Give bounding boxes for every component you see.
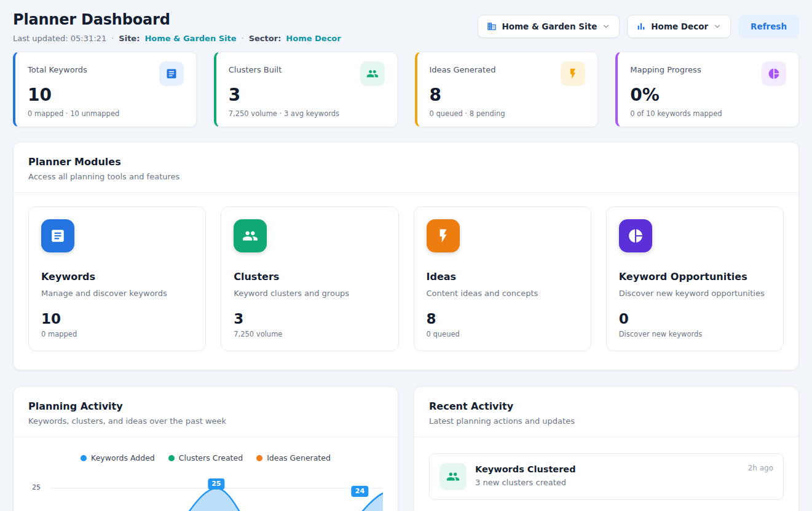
module-detail: 0 mapped [41,330,193,338]
meta-separator: · [242,34,244,43]
chart-plot-area: 25 25 24 [28,475,383,511]
module-card-clusters[interactable]: Clusters Keyword clusters and groups 3 7… [221,206,398,351]
chart-legend: Keywords Added Clusters Created Ideas Ge… [28,453,383,462]
legend-dot [81,455,87,461]
module-title: Clusters [234,271,385,283]
chevron-down-icon [602,22,610,31]
legend-dot [168,455,175,461]
page-header: Planner Dashboard Last updated: 05:31:21… [13,11,799,43]
stat-label: Clusters Built [229,61,282,74]
bolt-icon [427,219,460,252]
stat-detail: 0 queued · 8 pending [430,109,586,118]
meta-separator: · [111,34,114,43]
data-point-label: 24 [352,486,368,497]
document-icon [41,219,74,252]
stat-card-top: Mapping Progress [630,61,786,86]
activity-timestamp: 2h ago [748,464,773,472]
stat-card-top: Total Keywords [28,61,184,86]
planning-activity-subtitle: Keywords, clusters, and ideas over the p… [28,416,383,426]
stat-card-mapping-progress[interactable]: Mapping Progress 0% 0 of 10 keywords map… [615,52,799,127]
activity-description: 3 new clusters created [475,478,576,487]
stat-card-total-keywords[interactable]: Total Keywords 10 0 mapped · 10 unmapped [13,52,197,127]
recent-activity-subtitle: Latest planning actions and updates [429,416,784,426]
module-title: Keywords [41,271,193,283]
y-axis-tick: 25 [32,483,41,491]
stats-row: Total Keywords 10 0 mapped · 10 unmapped… [13,52,799,127]
module-value: 10 [41,311,193,327]
users-icon [360,61,385,86]
legend-label: Clusters Created [179,453,243,462]
site-selector-label: Home & Garden Site [502,21,597,31]
stat-card-clusters-built[interactable]: Clusters Built 3 7,250 volume · 3 avg ke… [214,52,398,127]
recent-activity-list: Keywords Clustered 3 new clusters create… [414,437,798,511]
module-value: 8 [427,311,578,327]
module-card-keywords[interactable]: Keywords Manage and discover keywords 10… [28,206,206,351]
module-card-keyword-opportunities[interactable]: Keyword Opportunities Discover new keywo… [606,206,784,351]
stat-value: 3 [229,86,385,105]
planning-activity-panel: Planning Activity Keywords, clusters, an… [13,386,398,511]
stat-label: Mapping Progress [630,61,701,74]
users-icon [440,463,467,490]
page-title: Planner Dashboard [13,11,341,28]
bolt-icon [561,61,585,86]
module-title: Ideas [427,271,578,283]
stat-detail: 0 mapped · 10 unmapped [28,109,184,118]
module-card-ideas[interactable]: Ideas Content ideas and concepts 8 0 que… [414,206,591,351]
stat-value: 10 [28,86,184,105]
legend-item-clusters-created[interactable]: Clusters Created [168,453,243,462]
activity-title: Keywords Clustered [475,463,576,474]
legend-label: Keywords Added [91,453,155,462]
site-link[interactable]: Home & Garden Site [144,34,236,43]
users-icon [234,219,267,252]
module-detail: 7,250 volume [234,330,385,338]
building-icon [487,21,497,31]
module-description: Manage and discover keywords [41,289,193,298]
legend-label: Ideas Generated [267,453,331,462]
modules-panel-title: Planner Modules [28,156,784,168]
bottom-row: Planning Activity Keywords, clusters, an… [13,386,799,511]
planning-activity-title: Planning Activity [28,400,383,412]
module-description: Discover new keyword opportunities [619,289,771,298]
recent-activity-title: Recent Activity [429,400,784,412]
module-description: Content ideas and concepts [427,289,578,298]
activity-text: Keywords Clustered 3 new clusters create… [475,463,576,487]
last-updated-text: Last updated: 05:31:21 [13,34,106,43]
planning-activity-chart: Keywords Added Clusters Created Ideas Ge… [14,437,398,511]
refresh-button[interactable]: Refresh [738,15,799,38]
module-detail: Discover new keywords [619,330,771,338]
legend-dot [256,455,262,461]
modules-panel-header: Planner Modules Access all planning tool… [14,142,798,193]
stat-value: 0% [630,86,786,105]
stat-card-top: Clusters Built [229,61,385,86]
site-selector[interactable]: Home & Garden Site [478,15,620,38]
legend-item-ideas-generated[interactable]: Ideas Generated [256,453,331,462]
stat-label: Total Keywords [28,61,87,74]
stat-value: 8 [430,86,586,105]
sector-link[interactable]: Home Decor [286,34,341,43]
planning-activity-header: Planning Activity Keywords, clusters, an… [14,387,398,437]
stat-detail: 7,250 volume · 3 avg keywords [229,109,385,118]
site-label: Site: [119,34,140,43]
pie-icon [762,61,786,86]
chevron-down-icon [713,22,722,31]
module-value: 3 [234,311,385,327]
stat-card-ideas-generated[interactable]: Ideas Generated 8 0 queued · 8 pending [415,52,599,127]
module-detail: 0 queued [427,330,578,338]
pie-icon [619,219,652,252]
sector-label: Sector: [249,34,282,43]
header-controls: Home & Garden Site Home Decor Refresh [478,15,799,38]
stat-detail: 0 of 10 keywords mapped [630,109,786,118]
stat-card-top: Ideas Generated [430,61,586,86]
bar-chart-icon [636,21,646,31]
sector-selector-label: Home Decor [651,21,708,31]
document-icon [159,61,184,86]
planner-dashboard-page: Planner Dashboard Last updated: 05:31:21… [0,0,812,511]
data-point-label: 25 [208,478,224,490]
planner-modules-panel: Planner Modules Access all planning tool… [13,142,799,370]
activity-item-keywords-clustered[interactable]: Keywords Clustered 3 new clusters create… [429,453,784,500]
modules-panel-subtitle: Access all planning tools and features [28,172,784,181]
recent-activity-panel: Recent Activity Latest planning actions … [414,386,799,511]
legend-item-keywords-added[interactable]: Keywords Added [81,453,155,462]
sector-selector[interactable]: Home Decor [627,15,731,38]
recent-activity-header: Recent Activity Latest planning actions … [414,387,798,437]
